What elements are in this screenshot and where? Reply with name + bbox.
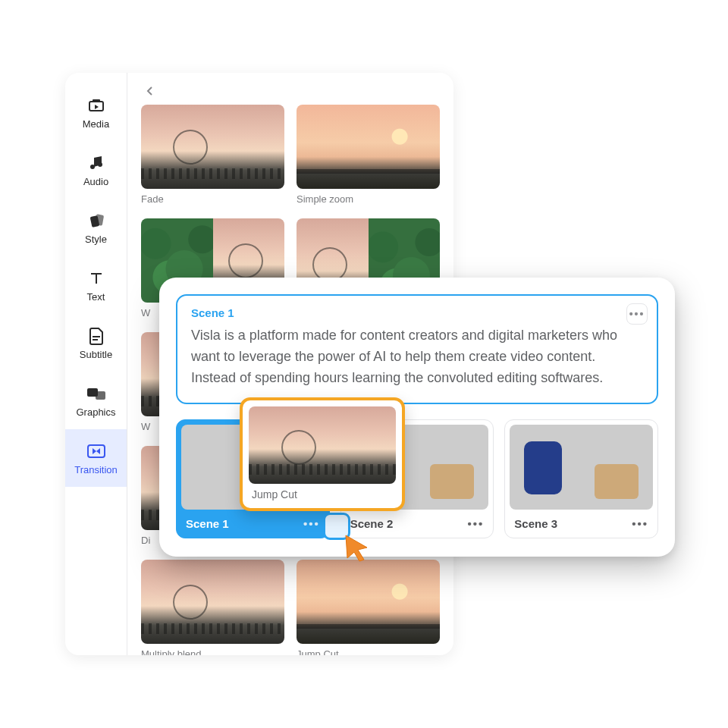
chip-preview: [249, 406, 396, 484]
scene-script-title: Scene 1: [191, 306, 643, 319]
thumb-preview: [297, 560, 440, 644]
thumb-caption: Fade: [141, 193, 284, 205]
sidebar-item-label: Graphics: [76, 406, 115, 418]
sidebar-item-graphics[interactable]: Graphics: [65, 372, 127, 429]
scene-more-button[interactable]: •••: [626, 303, 648, 325]
scene-more-button[interactable]: •••: [632, 517, 648, 530]
cursor-pointer-icon: [343, 532, 373, 563]
transition-icon: [86, 441, 106, 461]
svg-rect-6: [93, 336, 100, 337]
style-cards-icon: [86, 211, 106, 231]
sidebar-item-label: Subtitle: [80, 349, 112, 360]
svg-rect-9: [96, 391, 105, 400]
thumb-caption: Jump Cut: [297, 648, 440, 655]
svg-point-3: [98, 162, 102, 167]
sidebar-item-label: Media: [83, 118, 109, 130]
scene-label: Scene 1: [186, 517, 229, 530]
chip-label: Jump Cut: [249, 488, 396, 500]
svg-rect-1: [93, 99, 100, 102]
svg-point-2: [90, 165, 95, 169]
sidebar-item-text[interactable]: Text: [65, 256, 127, 314]
sidebar-item-audio[interactable]: Audio: [65, 141, 127, 199]
music-note-icon: [86, 153, 106, 173]
sidebar-item-label: Audio: [83, 176, 108, 187]
sidebar-item-label: Text: [87, 291, 105, 303]
scene-label: Scene 3: [514, 517, 557, 530]
sidebar-item-label: Style: [85, 234, 107, 245]
subtitle-file-icon: [86, 326, 106, 346]
thumb-preview: [141, 105, 284, 189]
transition-thumb-fade[interactable]: Fade: [141, 105, 284, 205]
thumb-caption: Simple zoom: [297, 193, 440, 205]
transition-thumb-simple-zoom[interactable]: Simple zoom: [297, 105, 440, 205]
transition-drag-chip[interactable]: Jump Cut: [240, 397, 405, 511]
svg-rect-7: [93, 339, 98, 340]
sidebar-item-style[interactable]: Style: [65, 199, 127, 256]
graphics-icon: [86, 384, 106, 403]
media-icon: [86, 96, 106, 115]
sidebar-item-media[interactable]: Media: [65, 83, 127, 141]
scene-script-box[interactable]: ••• Scene 1 Visla is a platform made for…: [176, 294, 658, 404]
sidebar-item-subtitle[interactable]: Subtitle: [65, 314, 127, 372]
thumb-preview: [297, 105, 440, 189]
thumb-preview: [141, 560, 284, 644]
scene-label: Scene 2: [350, 517, 394, 530]
sidebar-item-transition[interactable]: Transition: [65, 429, 127, 487]
sidebar-item-label: Transition: [74, 464, 118, 475]
back-button[interactable]: [141, 82, 159, 100]
editor-sidebar: Media Audio Style Text Subtitle: [65, 73, 127, 655]
scene-script-text[interactable]: Visla is a platform made for content cre…: [191, 325, 643, 389]
scene-thumbnail: [510, 425, 653, 510]
scene-editor-panel: ••• Scene 1 Visla is a platform made for…: [159, 278, 675, 557]
scene-more-button[interactable]: •••: [303, 517, 320, 530]
scene-card-3[interactable]: Scene 3 •••: [504, 419, 658, 538]
transition-thumb-multiply-blend[interactable]: Multiply blend: [141, 560, 284, 655]
transition-thumb-jump-cut[interactable]: Jump Cut: [297, 560, 440, 655]
text-icon: [86, 268, 106, 288]
scene-more-button[interactable]: •••: [468, 517, 485, 530]
thumb-caption: Multiply blend: [141, 648, 284, 655]
